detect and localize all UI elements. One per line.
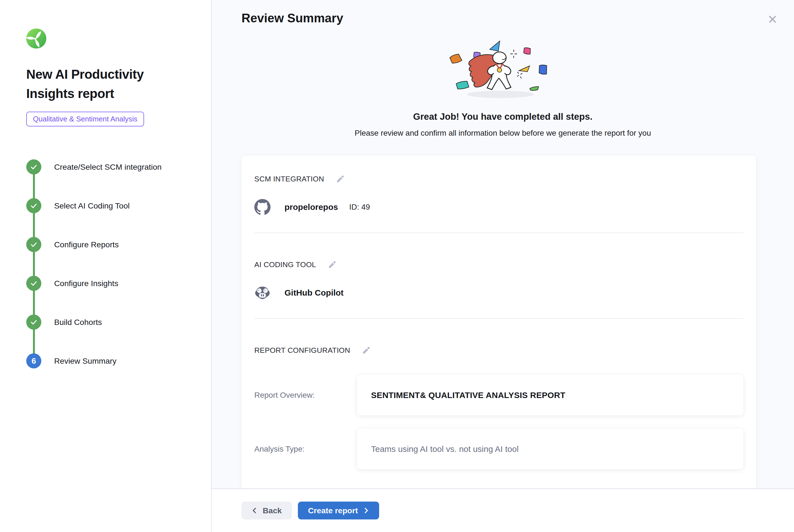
congrats-subheading: Please review and confirm all informatio… bbox=[355, 129, 651, 138]
step-create-select-scm-integration[interactable]: Create/Select SCM integration bbox=[26, 159, 200, 174]
panel-header: Review Summary bbox=[212, 0, 794, 28]
edit-pencil-icon[interactable] bbox=[327, 260, 337, 270]
panel-content: Great Job! You have completed all steps.… bbox=[212, 28, 794, 489]
step-label: Configure Insights bbox=[54, 279, 118, 288]
review-summary-panel: Review Summary bbox=[212, 0, 794, 532]
analysis-type-value: Teams using AI tool vs. not using AI too… bbox=[357, 429, 743, 469]
analysis-type-row: Analysis Type: Teams using AI tool vs. n… bbox=[254, 429, 743, 469]
ai-coding-tool-row: GitHub Copilot bbox=[254, 285, 743, 301]
step-label: Create/Select SCM integration bbox=[54, 163, 162, 172]
ai-coding-tool-label: AI CODING TOOL bbox=[254, 261, 316, 269]
github-icon bbox=[254, 199, 270, 215]
propeller-logo-icon bbox=[26, 28, 46, 49]
check-icon bbox=[26, 276, 41, 291]
step-number-badge: 6 bbox=[26, 353, 41, 368]
analysis-type-label: Analysis Type: bbox=[254, 445, 357, 454]
report-overview-label: Report Overview: bbox=[254, 391, 357, 400]
github-copilot-icon bbox=[254, 285, 270, 301]
scm-integration-id: ID: 49 bbox=[349, 203, 370, 212]
scm-integration-row: propelorepos ID: 49 bbox=[254, 199, 743, 215]
step-configure-insights[interactable]: Configure Insights bbox=[26, 276, 200, 291]
scm-integration-label: SCM INTEGRATION bbox=[254, 175, 324, 183]
back-button-label: Back bbox=[263, 506, 282, 515]
wizard-stepper: Create/Select SCM integration Select AI … bbox=[26, 159, 200, 368]
congrats-heading: Great Job! You have completed all steps. bbox=[413, 111, 592, 122]
chevron-right-icon bbox=[363, 508, 369, 514]
page-title: Review Summary bbox=[242, 11, 343, 25]
step-label: Build Cohorts bbox=[54, 318, 102, 327]
scm-integration-name: propelorepos bbox=[284, 202, 338, 212]
celebration-hero: Great Job! You have completed all steps.… bbox=[212, 28, 794, 138]
create-report-button[interactable]: Create report bbox=[298, 501, 379, 519]
step-build-cohorts[interactable]: Build Cohorts bbox=[26, 315, 200, 330]
step-label: Select AI Coding Tool bbox=[54, 201, 130, 210]
step-label: Review Summary bbox=[54, 357, 116, 366]
step-configure-reports[interactable]: Configure Reports bbox=[26, 237, 200, 252]
back-button[interactable]: Back bbox=[242, 501, 292, 519]
wizard-footer: Back Create report bbox=[212, 489, 794, 532]
report-configuration-label: REPORT CONFIGURATION bbox=[254, 346, 350, 355]
create-report-button-label: Create report bbox=[308, 506, 358, 515]
step-label: Configure Reports bbox=[54, 240, 119, 249]
edit-pencil-icon[interactable] bbox=[361, 345, 371, 355]
close-icon[interactable] bbox=[764, 11, 781, 28]
analysis-type-badge: Qualitative & Sentiment Analysis bbox=[26, 112, 144, 127]
check-icon bbox=[26, 237, 41, 252]
wizard-sidebar: New AI Productivity Insights report Qual… bbox=[0, 0, 212, 532]
step-select-ai-coding-tool[interactable]: Select AI Coding Tool bbox=[26, 198, 200, 213]
ai-coding-tool-name: GitHub Copilot bbox=[284, 288, 344, 298]
superhero-confetti-illustration bbox=[441, 37, 564, 101]
section-divider bbox=[254, 318, 743, 319]
check-icon bbox=[26, 159, 41, 174]
report-overview-value: SENTIMENT& QUALITATIVE ANALYSIS REPORT bbox=[357, 375, 743, 415]
chevron-left-icon bbox=[251, 508, 258, 514]
section-divider bbox=[254, 232, 743, 233]
report-wizard-title: New AI Productivity Insights report bbox=[26, 65, 177, 103]
step-review-summary[interactable]: 6 Review Summary bbox=[26, 353, 200, 368]
check-icon bbox=[26, 315, 41, 330]
edit-pencil-icon[interactable] bbox=[335, 174, 345, 184]
report-overview-row: Report Overview: SENTIMENT& QUALITATIVE … bbox=[254, 375, 743, 415]
summary-card: SCM INTEGRATION propelorepos ID: 49 AI C… bbox=[242, 155, 756, 489]
check-icon bbox=[26, 198, 41, 213]
